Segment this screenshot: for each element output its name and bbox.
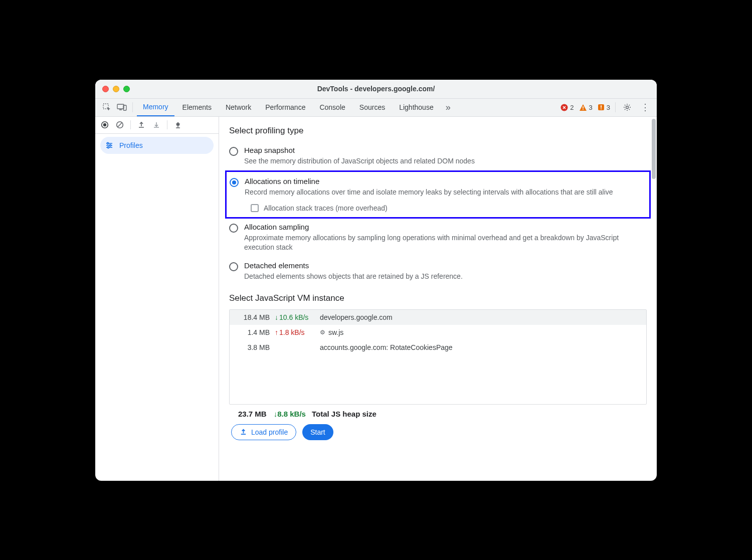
action-buttons: Load profile Start bbox=[229, 424, 647, 440]
svg-point-11 bbox=[103, 123, 106, 126]
vm-name: accounts.google.com: RotateCookiesPage bbox=[320, 343, 641, 351]
upload-icon bbox=[240, 428, 247, 436]
titlebar: DevTools - developers.google.com/ bbox=[95, 80, 657, 99]
devtools-window: DevTools - developers.google.com/ Memory… bbox=[95, 80, 657, 481]
vm-size: 3.8 MB bbox=[235, 343, 275, 351]
memory-main: Select profiling type Heap snapshot See … bbox=[219, 117, 657, 481]
vm-rate: ↑1.8 kB/s bbox=[275, 328, 320, 336]
load-profile-button[interactable]: Load profile bbox=[231, 424, 296, 440]
error-icon bbox=[560, 104, 568, 111]
suboption-label: Allocation stack traces (more overhead) bbox=[264, 204, 388, 212]
separator bbox=[130, 120, 131, 129]
arrow-down-icon: ↓ bbox=[275, 313, 278, 321]
sidebar-item-profiles[interactable]: Profiles bbox=[100, 137, 214, 154]
total-rate: ↓8.8 kB/s bbox=[274, 410, 306, 418]
inspect-icon[interactable] bbox=[100, 101, 113, 114]
memory-sidebar: Profiles bbox=[95, 117, 219, 481]
warnings-badge[interactable]: 3 bbox=[579, 104, 593, 111]
tab-performance[interactable]: Performance bbox=[259, 98, 311, 116]
main-scroll: Select profiling type Heap snapshot See … bbox=[219, 117, 657, 481]
svg-point-13 bbox=[107, 142, 108, 144]
svg-point-9 bbox=[626, 106, 629, 109]
option-desc: Record memory allocations over time and … bbox=[245, 188, 646, 197]
vm-size: 1.4 MB bbox=[235, 328, 275, 336]
separator bbox=[132, 102, 133, 112]
radio-allocations-timeline[interactable] bbox=[230, 178, 239, 187]
sidebar-toolbar bbox=[95, 117, 219, 134]
warning-icon bbox=[579, 104, 587, 111]
tab-sources[interactable]: Sources bbox=[353, 98, 391, 116]
svg-rect-1 bbox=[117, 104, 124, 109]
tab-console[interactable]: Console bbox=[313, 98, 351, 116]
option-title: Detached elements bbox=[244, 261, 647, 270]
total-label: Total JS heap size bbox=[312, 410, 377, 418]
total-heap-row: 23.7 MB ↓8.8 kB/s Total JS heap size bbox=[229, 405, 647, 424]
vm-row[interactable]: 1.4 MB ↑1.8 kB/s ⚙ sw.js bbox=[230, 325, 646, 340]
garbage-collect-icon[interactable] bbox=[171, 118, 184, 131]
upload-icon[interactable] bbox=[135, 118, 148, 131]
svg-rect-7 bbox=[601, 105, 602, 108]
radio-allocation-sampling[interactable] bbox=[229, 224, 238, 233]
tab-network[interactable]: Network bbox=[220, 98, 257, 116]
svg-point-15 bbox=[107, 146, 109, 148]
arrow-up-icon: ↑ bbox=[275, 328, 278, 336]
radio-heap-snapshot[interactable] bbox=[229, 147, 238, 156]
radio-detached-elements[interactable] bbox=[229, 262, 238, 271]
download-icon[interactable] bbox=[150, 118, 163, 131]
start-button[interactable]: Start bbox=[302, 424, 333, 440]
profiling-type-heading: Select profiling type bbox=[229, 126, 647, 136]
vm-row[interactable]: 3.8 MB accounts.google.com: RotateCookie… bbox=[230, 340, 646, 355]
vm-size: 18.4 MB bbox=[235, 313, 275, 321]
kebab-menu-icon[interactable]: ⋮ bbox=[639, 101, 652, 114]
scrollbar-thumb[interactable] bbox=[652, 119, 656, 179]
option-desc: Detached elements shows objects that are… bbox=[244, 272, 647, 281]
more-tabs-icon[interactable]: » bbox=[442, 101, 455, 114]
option-allocations-timeline[interactable]: Allocations on timeline Record memory al… bbox=[225, 170, 651, 219]
suboption-stack-traces[interactable]: Allocation stack traces (more overhead) bbox=[251, 204, 646, 212]
option-title: Heap snapshot bbox=[244, 146, 647, 154]
vm-row[interactable]: 18.4 MB ↓10.6 kB/s developers.google.com bbox=[230, 310, 646, 325]
total-size: 23.7 MB bbox=[238, 410, 267, 418]
worker-icon: ⚙ bbox=[320, 329, 325, 336]
device-toolbar-icon[interactable] bbox=[115, 101, 128, 114]
vm-name: ⚙ sw.js bbox=[320, 328, 641, 336]
option-title: Allocations on timeline bbox=[245, 177, 646, 185]
svg-rect-8 bbox=[601, 108, 602, 109]
option-detached-elements[interactable]: Detached elements Detached elements show… bbox=[229, 257, 647, 286]
tab-lighthouse[interactable]: Lighthouse bbox=[393, 98, 440, 116]
option-desc: Approximate memory allocations by sampli… bbox=[244, 233, 647, 252]
option-title: Allocation sampling bbox=[244, 223, 647, 231]
panel-tabstrip: Memory Elements Network Performance Cons… bbox=[95, 99, 657, 117]
content-area: Profiles Select profiling type Heap snap… bbox=[95, 117, 657, 481]
vm-list: 18.4 MB ↓10.6 kB/s developers.google.com… bbox=[229, 309, 647, 405]
separator bbox=[167, 120, 167, 129]
svg-point-14 bbox=[109, 144, 111, 146]
option-allocation-sampling[interactable]: Allocation sampling Approximate memory a… bbox=[229, 219, 647, 257]
tab-memory[interactable]: Memory bbox=[137, 98, 174, 116]
option-heap-snapshot[interactable]: Heap snapshot See the memory distributio… bbox=[229, 142, 647, 171]
vm-heading: Select JavaScript VM instance bbox=[229, 293, 647, 303]
record-icon[interactable] bbox=[98, 118, 111, 131]
svg-rect-5 bbox=[583, 109, 584, 110]
status-bar: 2 3 3 ⋮ bbox=[560, 101, 652, 114]
clear-icon[interactable] bbox=[113, 118, 126, 131]
settings-icon[interactable] bbox=[621, 101, 634, 114]
checkbox-stack-traces[interactable] bbox=[251, 204, 259, 212]
scrollbar[interactable] bbox=[651, 117, 657, 481]
window-title: DevTools - developers.google.com/ bbox=[95, 85, 657, 93]
option-desc: See the memory distribution of JavaScrip… bbox=[244, 156, 647, 166]
tab-elements[interactable]: Elements bbox=[176, 98, 218, 116]
separator bbox=[615, 102, 616, 112]
vm-name: developers.google.com bbox=[320, 313, 641, 321]
vm-rate: ↓10.6 kB/s bbox=[275, 313, 320, 321]
issue-icon bbox=[598, 104, 605, 111]
sidebar-item-label: Profiles bbox=[119, 141, 143, 149]
svg-rect-4 bbox=[583, 106, 584, 109]
vm-rate bbox=[275, 343, 320, 351]
filter-icon bbox=[105, 141, 113, 149]
errors-badge[interactable]: 2 bbox=[560, 104, 574, 111]
issues-badge[interactable]: 3 bbox=[598, 104, 610, 111]
